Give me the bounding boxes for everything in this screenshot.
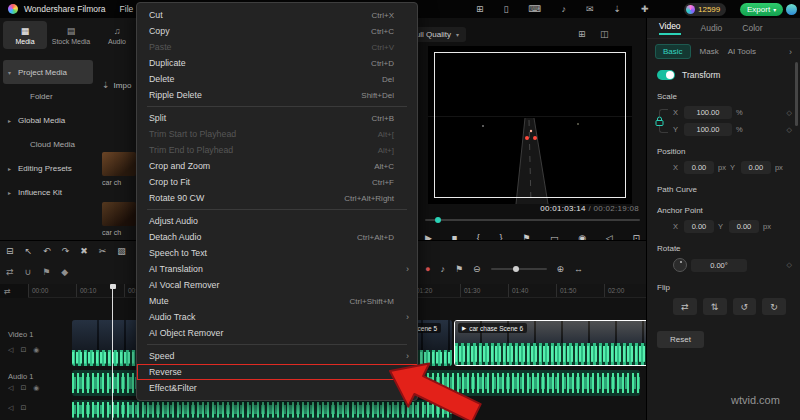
menu-item[interactable]: Trim Start to Playhead Alt+[ › xyxy=(137,126,417,142)
coins-badge[interactable]: 12599 xyxy=(684,3,726,16)
media-thumbnail[interactable] xyxy=(102,152,136,176)
zoom-in-icon[interactable]: ⊕ xyxy=(557,264,565,274)
menu-item[interactable]: Crop to Fit Ctrl+F › xyxy=(137,174,417,190)
reset-diamond-icon[interactable]: ◇ xyxy=(787,126,792,134)
lock-track-icon[interactable]: ⊡ xyxy=(20,346,26,354)
menu-item[interactable]: Adjust Audio › xyxy=(137,213,417,229)
menu-item[interactable]: AI Vocal Remover › xyxy=(137,277,417,293)
menu-item[interactable]: Speech to Text › xyxy=(137,245,417,261)
menu-item[interactable]: › xyxy=(137,206,417,213)
menu-item[interactable]: Crop and Zoom Alt+C › xyxy=(137,158,417,174)
media-panel-toggle-icon[interactable]: ⊟ xyxy=(6,246,14,256)
menu-item[interactable]: › xyxy=(137,341,417,348)
scale-y-field[interactable]: 100.00 xyxy=(684,123,732,136)
flip-horizontal-button[interactable]: ⇄ xyxy=(673,298,697,315)
export-button[interactable]: Export ▾ xyxy=(740,3,783,16)
scrollbar[interactable] xyxy=(795,62,798,126)
grid-view-icon[interactable]: ⊞ xyxy=(578,29,586,39)
split-icon[interactable]: ✂ xyxy=(99,246,107,256)
media-tab[interactable]: ♫ Audio xyxy=(95,21,139,49)
media-tree-item[interactable]: Folder xyxy=(0,84,96,108)
zoom-fit-icon[interactable]: ↔ xyxy=(574,264,583,274)
timeline-music-clip[interactable] xyxy=(72,400,452,420)
voiceover-icon[interactable]: ♪ xyxy=(440,264,445,274)
reset-diamond-icon[interactable]: ◇ xyxy=(787,261,792,269)
menu-item[interactable]: Speed › xyxy=(137,348,417,364)
import-tile[interactable]: ⇣ Impo xyxy=(102,80,131,90)
keyboard-icon[interactable]: ⌨ xyxy=(529,4,542,14)
select-tool-icon[interactable]: ↖ xyxy=(25,246,33,256)
menu-item[interactable]: Cut Ctrl+X › xyxy=(137,7,417,23)
path-curve-label[interactable]: Path Curve xyxy=(647,176,800,197)
menu-item[interactable]: Copy Ctrl+C › xyxy=(137,23,417,39)
scale-link-bracket[interactable] xyxy=(659,109,668,133)
avatar[interactable] xyxy=(786,4,797,15)
properties-tab[interactable]: Color xyxy=(742,23,762,33)
marker-icon[interactable]: ⚑ xyxy=(42,267,50,277)
crop-icon[interactable]: ▧ xyxy=(117,246,126,256)
mute-track-icon[interactable]: ◁ xyxy=(8,384,13,392)
menu-item[interactable]: Rotate 90 CW Ctrl+Alt+Right › xyxy=(137,190,417,206)
lock-track-icon[interactable]: ⊡ xyxy=(20,404,26,412)
zoom-slider-knob[interactable] xyxy=(513,266,519,272)
magnet-icon[interactable]: ∪ xyxy=(25,267,32,277)
keyframe-icon[interactable]: ◆ xyxy=(61,267,68,277)
properties-subtab[interactable]: AI Tools xyxy=(728,47,756,56)
properties-subtab[interactable]: Basic xyxy=(655,44,691,59)
properties-subtab[interactable]: Mask xyxy=(700,47,719,56)
scale-x-field[interactable]: 100.00 xyxy=(684,106,732,119)
flip-vertical-button[interactable]: ⇅ xyxy=(703,298,727,315)
rotate-dial[interactable] xyxy=(673,258,687,272)
device-icon[interactable]: ▯ xyxy=(504,4,509,14)
media-tree-item[interactable]: ▸ Global Media xyxy=(0,108,96,132)
media-tab[interactable]: ▦ Media xyxy=(3,21,47,49)
reset-button[interactable]: Reset xyxy=(657,331,704,348)
transform-toggle[interactable] xyxy=(657,70,675,80)
menu-item[interactable]: Paste Ctrl+V › xyxy=(137,39,417,55)
delete-icon[interactable]: ✖ xyxy=(80,246,88,256)
media-tree-item[interactable]: ▸ Influence Kit xyxy=(0,180,96,204)
media-tree-item[interactable]: Cloud Media xyxy=(0,132,96,156)
media-tree-item[interactable]: ▾ Project Media xyxy=(3,60,93,84)
zoom-out-icon[interactable]: ⊖ xyxy=(473,264,481,274)
gift-icon[interactable]: ✚ xyxy=(641,4,649,14)
menu-item[interactable]: Ripple Delete Shift+Del › xyxy=(137,87,417,103)
menu-item[interactable]: AI Object Remover › xyxy=(137,325,417,341)
media-tree-item[interactable]: ▸ Editing Presets xyxy=(0,156,96,180)
marker-icon[interactable]: ⚑ xyxy=(455,264,463,274)
menu-item[interactable]: Effect&Filter › xyxy=(137,380,417,396)
menu-item[interactable]: Trim End to Playhead Alt+] › xyxy=(137,142,417,158)
track-options-icon[interactable]: ⇄ xyxy=(4,287,11,296)
menu-item[interactable]: Audio Track › xyxy=(137,309,417,325)
rotate-field[interactable]: 0.00° xyxy=(691,259,747,272)
menu-item[interactable]: Mute Ctrl+Shift+M › xyxy=(137,293,417,309)
mute-track-icon[interactable]: ◁ xyxy=(8,346,13,354)
file-menu[interactable]: File xyxy=(120,4,134,14)
undo-icon[interactable]: ↶ xyxy=(43,246,51,256)
anchor-y-field[interactable]: 0.00 xyxy=(729,220,759,233)
visibility-track-icon[interactable]: ◉ xyxy=(33,384,39,392)
menu-item[interactable]: Duplicate Ctrl+D › xyxy=(137,55,417,71)
anchor-x-field[interactable]: 0.00 xyxy=(684,220,714,233)
plugin-icon[interactable]: ♪ xyxy=(562,4,567,14)
menu-item[interactable]: Reverse › xyxy=(137,364,417,380)
menu-item[interactable]: › xyxy=(137,103,417,110)
chevron-right-icon[interactable]: › xyxy=(789,47,792,57)
mute-track-icon[interactable]: ◁ xyxy=(8,404,13,412)
menu-item[interactable]: Detach Audio Ctrl+Alt+D › xyxy=(137,229,417,245)
media-tab[interactable]: ▤ Stock Media xyxy=(49,21,93,49)
layout-icon[interactable]: ⊞ xyxy=(476,4,484,14)
download-icon[interactable]: ⇣ xyxy=(614,4,622,14)
message-icon[interactable]: ✉ xyxy=(586,4,594,14)
properties-tab[interactable]: Video xyxy=(659,21,681,35)
position-y-field[interactable]: 0.00 xyxy=(741,161,771,174)
visibility-track-icon[interactable]: ◉ xyxy=(33,346,39,354)
timeline-zoom-slider[interactable] xyxy=(491,268,547,270)
seek-bar[interactable] xyxy=(425,219,640,221)
link-icon[interactable]: ⇄ xyxy=(6,267,14,277)
position-x-field[interactable]: 0.00 xyxy=(684,161,714,174)
rotate-ccw-button[interactable]: ↺ xyxy=(733,298,757,315)
lock-track-icon[interactable]: ⊡ xyxy=(20,384,26,392)
reset-diamond-icon[interactable]: ◇ xyxy=(787,109,792,117)
media-thumbnail[interactable] xyxy=(102,202,136,226)
